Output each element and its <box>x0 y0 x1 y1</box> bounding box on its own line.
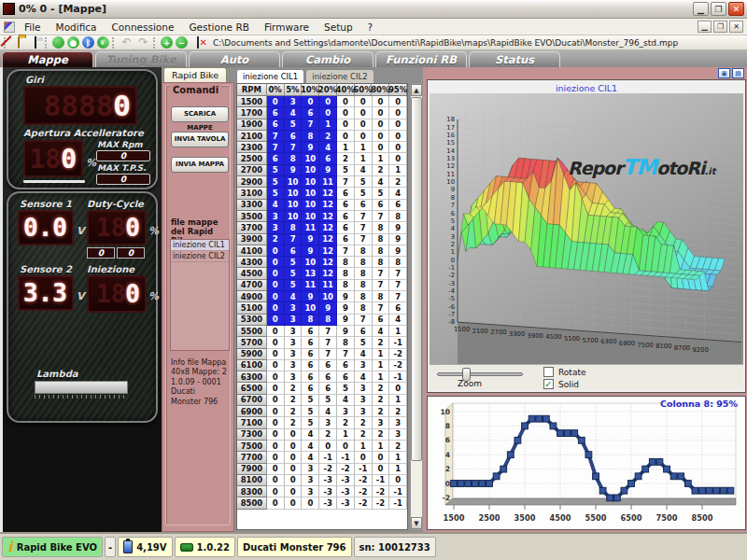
map-cell[interactable]: 4 <box>319 142 337 153</box>
map-cell[interactable]: 9 <box>389 222 407 233</box>
map-cell[interactable]: 0 <box>389 383 407 394</box>
map-cell[interactable]: 4 <box>355 349 373 360</box>
rotate-checkbox[interactable] <box>543 367 554 377</box>
rpm-cell[interactable]: 4300 <box>237 257 267 268</box>
map-cell[interactable]: 1 <box>355 441 373 452</box>
map-cell[interactable]: 10 <box>285 188 303 199</box>
map-cell[interactable]: 0 <box>267 291 285 302</box>
map-cell[interactable]: 12 <box>319 245 337 257</box>
menu-item-connessione[interactable]: Connessione <box>104 20 181 35</box>
map-cell[interactable]: 12 <box>319 234 337 245</box>
chart-restore-icon[interactable]: ▣ <box>718 68 730 78</box>
map-cell[interactable]: 6 <box>355 326 373 337</box>
map-cell[interactable]: 4 <box>319 406 337 417</box>
map-cell[interactable]: 8 <box>373 245 390 257</box>
surface-3d-chart[interactable]: -8-7-6-5-4-3-2-1012345678910111213141516… <box>430 93 743 366</box>
map-cell[interactable]: 0 <box>267 268 285 279</box>
map-cell[interactable]: 6 <box>337 234 355 245</box>
map-cell[interactable]: 5 <box>302 395 319 406</box>
map-cell[interactable]: 1 <box>389 165 407 176</box>
map-cell[interactable]: 0 <box>319 107 337 119</box>
map-cell[interactable]: 6 <box>337 211 355 222</box>
map-cell[interactable]: 6 <box>302 337 319 348</box>
map-cell[interactable]: 11 <box>319 176 337 188</box>
rpm-cell[interactable]: 3900 <box>237 234 267 245</box>
tab-tuning-bike[interactable]: Tuning Bike <box>95 51 187 67</box>
map-cell[interactable]: 3 <box>285 326 303 337</box>
map-cell[interactable]: -1 <box>389 486 407 497</box>
map-cell[interactable]: -2 <box>373 497 390 509</box>
map-cell[interactable]: 12 <box>319 222 337 233</box>
map-cell[interactable]: 7 <box>285 142 303 153</box>
map-cell[interactable]: 5 <box>267 188 285 199</box>
column-header[interactable]: 5% <box>285 84 303 96</box>
scroll-up-icon[interactable]: ▲ <box>411 84 422 96</box>
map-cell[interactable]: 6 <box>302 326 319 337</box>
map-cell[interactable]: 6 <box>302 360 319 371</box>
map-cell[interactable]: -3 <box>319 486 337 497</box>
map-cell[interactable]: 3 <box>285 337 303 348</box>
mdi-restore-icon[interactable]: ❐ <box>713 21 727 33</box>
tab-status[interactable]: Status <box>469 51 560 67</box>
map-icon[interactable] <box>190 36 204 49</box>
map-cell[interactable]: 0 <box>389 142 407 153</box>
map-cell[interactable]: 11 <box>302 222 319 233</box>
map-cell[interactable]: 6 <box>319 153 337 164</box>
map-cell[interactable]: 12 <box>319 211 337 222</box>
map-cell[interactable]: 1 <box>389 464 407 475</box>
column-header[interactable]: 40% <box>337 84 355 96</box>
map-cell[interactable]: 0 <box>319 441 337 452</box>
menu-item-firmware[interactable]: Firmware <box>257 20 317 35</box>
map-cell[interactable]: 7 <box>389 291 407 302</box>
map-cell[interactable]: 0 <box>373 131 390 142</box>
map-cell[interactable]: 0 <box>285 464 303 475</box>
rpm-cell[interactable]: 2300 <box>237 142 267 153</box>
file-list-item[interactable]: iniezione CIL2 <box>171 251 229 262</box>
map-cell[interactable]: 0 <box>337 441 355 452</box>
map-cell[interactable]: 0 <box>267 326 285 337</box>
map-cell[interactable]: 4 <box>389 315 407 326</box>
map-cell[interactable]: -1 <box>373 475 390 486</box>
map-cell[interactable]: 0 <box>267 245 285 257</box>
map-cell[interactable]: 5 <box>355 337 373 348</box>
map-cell[interactable]: 6 <box>285 131 303 142</box>
rpm-cell[interactable]: 4100 <box>237 245 267 257</box>
menu-item--[interactable]: ? <box>360 20 381 35</box>
map-cell[interactable]: 3 <box>355 406 373 417</box>
map-cell[interactable]: 2 <box>319 429 337 441</box>
map-cell[interactable]: 8 <box>373 291 390 302</box>
column-header[interactable]: 0% <box>267 84 285 96</box>
scarica-mappe-button[interactable]: SCARICA MAPPE <box>171 106 229 122</box>
rpm-cell[interactable]: 1700 <box>237 107 267 119</box>
map-cell[interactable]: 8 <box>373 257 390 268</box>
disconnect-icon[interactable] <box>52 36 64 49</box>
map-cell[interactable]: 0 <box>267 497 285 509</box>
column-header[interactable]: 80% <box>372 84 389 96</box>
map-cell[interactable]: 0 <box>267 429 285 441</box>
map-cell[interactable]: 2 <box>373 406 390 417</box>
map-cell[interactable]: 5 <box>267 176 285 188</box>
map-cell[interactable]: 5 <box>355 176 373 188</box>
map-cell[interactable]: 8 <box>302 131 319 142</box>
map-cell[interactable]: 5 <box>337 383 355 394</box>
map-cell[interactable]: 5 <box>267 165 285 176</box>
map-cell[interactable]: 3 <box>355 395 373 406</box>
rpm-cell[interactable]: 3300 <box>237 200 267 211</box>
map-cell[interactable]: 1 <box>337 429 355 441</box>
map-cell[interactable]: 2 <box>319 131 337 142</box>
rpm-cell[interactable]: 2900 <box>237 176 267 188</box>
rpm-cell[interactable]: 6500 <box>237 383 267 394</box>
map-cell[interactable]: 1 <box>355 142 373 153</box>
map-cell[interactable]: 0 <box>267 315 285 326</box>
rpm-cell[interactable]: 3500 <box>237 211 267 222</box>
map-cell[interactable]: 0 <box>319 96 337 107</box>
map-cell[interactable]: 7 <box>267 131 285 142</box>
restore-button[interactable]: ❐ <box>711 2 726 16</box>
map-cell[interactable]: 1 <box>389 452 407 463</box>
map-cell[interactable]: 0 <box>337 119 355 131</box>
map-cell[interactable]: 9 <box>337 326 355 337</box>
map-cell[interactable]: 7 <box>267 142 285 153</box>
menu-item-modifica[interactable]: Modifica <box>49 20 105 35</box>
map-cell[interactable]: 5 <box>355 188 373 199</box>
map-cell[interactable]: 10 <box>302 188 319 199</box>
